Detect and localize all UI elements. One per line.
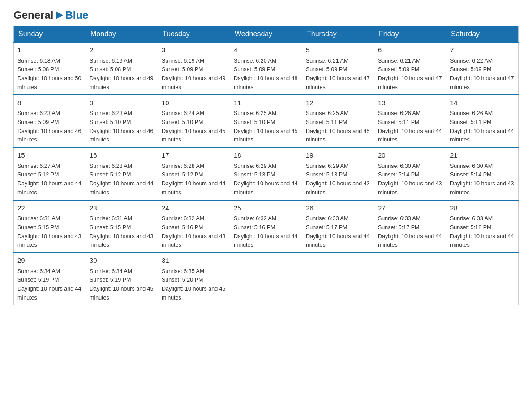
calendar-header-saturday: Saturday <box>446 26 519 43</box>
day-daylight: Daylight: 10 hours and 47 minutes <box>378 75 442 90</box>
calendar-day-cell: 29 Sunrise: 6:34 AM Sunset: 5:19 PM Dayl… <box>14 253 86 305</box>
day-number: 29 <box>17 256 82 266</box>
day-number: 5 <box>306 45 370 56</box>
day-sunset: Sunset: 5:09 PM <box>378 66 419 73</box>
day-number: 3 <box>162 45 226 56</box>
day-sunset: Sunset: 5:10 PM <box>162 119 203 125</box>
day-number: 2 <box>90 45 154 56</box>
day-number: 10 <box>162 98 226 108</box>
day-sunset: Sunset: 5:18 PM <box>450 224 491 231</box>
day-number: 23 <box>90 203 154 214</box>
day-daylight: Daylight: 10 hours and 44 minutes <box>17 286 81 301</box>
day-sunrise: Sunrise: 6:25 AM <box>234 110 276 116</box>
page-header: General Blue <box>13 9 519 21</box>
day-number: 6 <box>378 45 442 56</box>
day-daylight: Daylight: 10 hours and 44 minutes <box>306 233 369 248</box>
day-number: 9 <box>90 98 154 108</box>
day-number: 8 <box>17 98 82 108</box>
day-sunrise: Sunrise: 6:19 AM <box>90 58 132 64</box>
day-sunset: Sunset: 5:10 PM <box>90 119 131 125</box>
logo-arrow-icon <box>54 10 64 20</box>
day-sunrise: Sunrise: 6:33 AM <box>306 215 348 222</box>
day-sunrise: Sunrise: 6:21 AM <box>306 58 348 64</box>
day-number: 27 <box>378 203 442 214</box>
day-daylight: Daylight: 10 hours and 50 minutes <box>17 75 81 90</box>
day-sunrise: Sunrise: 6:23 AM <box>90 110 132 116</box>
day-daylight: Daylight: 10 hours and 45 minutes <box>162 128 225 143</box>
calendar-day-cell: 4 Sunrise: 6:20 AM Sunset: 5:09 PM Dayli… <box>230 42 302 95</box>
calendar-header-wednesday: Wednesday <box>230 26 302 43</box>
day-sunset: Sunset: 5:17 PM <box>378 224 419 231</box>
day-daylight: Daylight: 10 hours and 44 minutes <box>162 180 225 196</box>
calendar-day-cell: 24 Sunrise: 6:32 AM Sunset: 5:16 PM Dayl… <box>158 200 230 253</box>
day-sunrise: Sunrise: 6:30 AM <box>450 163 493 169</box>
day-daylight: Daylight: 10 hours and 43 minutes <box>162 233 225 248</box>
day-daylight: Daylight: 10 hours and 49 minutes <box>90 75 153 90</box>
calendar-day-cell: 31 Sunrise: 6:35 AM Sunset: 5:20 PM Dayl… <box>158 253 230 305</box>
day-sunrise: Sunrise: 6:20 AM <box>234 58 276 64</box>
day-number: 18 <box>234 150 298 161</box>
day-daylight: Daylight: 10 hours and 43 minutes <box>378 180 442 196</box>
day-number: 17 <box>162 150 226 161</box>
day-sunset: Sunset: 5:16 PM <box>234 224 275 231</box>
calendar-day-cell: 27 Sunrise: 6:33 AM Sunset: 5:17 PM Dayl… <box>374 200 446 253</box>
day-daylight: Daylight: 10 hours and 48 minutes <box>234 75 297 90</box>
calendar-day-cell: 13 Sunrise: 6:26 AM Sunset: 5:11 PM Dayl… <box>374 95 446 148</box>
calendar-header-sunday: Sunday <box>14 26 86 43</box>
day-sunrise: Sunrise: 6:26 AM <box>450 110 493 116</box>
day-sunset: Sunset: 5:09 PM <box>450 66 491 73</box>
day-daylight: Daylight: 10 hours and 43 minutes <box>450 180 514 196</box>
day-sunrise: Sunrise: 6:28 AM <box>90 163 132 169</box>
day-daylight: Daylight: 10 hours and 45 minutes <box>306 128 369 143</box>
day-sunset: Sunset: 5:11 PM <box>378 119 419 125</box>
day-sunset: Sunset: 5:12 PM <box>162 171 203 178</box>
day-sunset: Sunset: 5:11 PM <box>306 119 347 125</box>
calendar-day-cell: 23 Sunrise: 6:31 AM Sunset: 5:15 PM Dayl… <box>86 200 158 253</box>
day-sunrise: Sunrise: 6:33 AM <box>450 215 493 222</box>
day-daylight: Daylight: 10 hours and 46 minutes <box>17 128 81 143</box>
day-number: 13 <box>378 98 442 108</box>
day-daylight: Daylight: 10 hours and 43 minutes <box>90 233 153 248</box>
day-number: 7 <box>450 45 515 56</box>
calendar-day-cell: 7 Sunrise: 6:22 AM Sunset: 5:09 PM Dayli… <box>446 42 519 95</box>
day-sunrise: Sunrise: 6:28 AM <box>162 163 204 169</box>
day-number: 31 <box>162 256 226 266</box>
calendar-day-cell: 16 Sunrise: 6:28 AM Sunset: 5:12 PM Dayl… <box>86 147 158 200</box>
day-number: 4 <box>234 45 298 56</box>
day-daylight: Daylight: 10 hours and 44 minutes <box>234 180 297 196</box>
day-daylight: Daylight: 10 hours and 44 minutes <box>234 233 297 248</box>
day-daylight: Daylight: 10 hours and 45 minutes <box>90 286 153 301</box>
day-number: 12 <box>306 98 370 108</box>
day-sunrise: Sunrise: 6:34 AM <box>90 268 132 274</box>
calendar-day-cell: 18 Sunrise: 6:29 AM Sunset: 5:13 PM Dayl… <box>230 147 302 200</box>
calendar-day-cell: 14 Sunrise: 6:26 AM Sunset: 5:11 PM Dayl… <box>446 95 519 148</box>
day-daylight: Daylight: 10 hours and 47 minutes <box>450 75 514 90</box>
calendar-day-cell: 19 Sunrise: 6:29 AM Sunset: 5:13 PM Dayl… <box>302 147 374 200</box>
day-sunrise: Sunrise: 6:30 AM <box>378 163 420 169</box>
day-number: 16 <box>90 150 154 161</box>
day-sunset: Sunset: 5:14 PM <box>378 171 419 178</box>
day-sunrise: Sunrise: 6:25 AM <box>306 110 348 116</box>
day-daylight: Daylight: 10 hours and 44 minutes <box>378 128 442 143</box>
calendar-day-cell: 11 Sunrise: 6:25 AM Sunset: 5:10 PM Dayl… <box>230 95 302 148</box>
day-sunrise: Sunrise: 6:24 AM <box>162 110 204 116</box>
day-sunset: Sunset: 5:12 PM <box>90 171 131 178</box>
day-sunset: Sunset: 5:08 PM <box>17 66 59 73</box>
calendar-day-cell <box>230 253 302 305</box>
calendar-day-cell: 20 Sunrise: 6:30 AM Sunset: 5:14 PM Dayl… <box>374 147 446 200</box>
calendar-day-cell: 25 Sunrise: 6:32 AM Sunset: 5:16 PM Dayl… <box>230 200 302 253</box>
calendar-week-row: 22 Sunrise: 6:31 AM Sunset: 5:15 PM Dayl… <box>14 200 519 253</box>
calendar-week-row: 8 Sunrise: 6:23 AM Sunset: 5:09 PM Dayli… <box>14 95 519 148</box>
day-sunrise: Sunrise: 6:31 AM <box>90 215 132 222</box>
calendar-header-thursday: Thursday <box>302 26 374 43</box>
day-number: 1 <box>17 45 82 56</box>
calendar-day-cell: 1 Sunrise: 6:18 AM Sunset: 5:08 PM Dayli… <box>14 42 86 95</box>
day-sunrise: Sunrise: 6:33 AM <box>378 215 420 222</box>
day-daylight: Daylight: 10 hours and 44 minutes <box>450 128 514 143</box>
day-sunrise: Sunrise: 6:34 AM <box>17 268 60 274</box>
day-daylight: Daylight: 10 hours and 43 minutes <box>306 180 369 196</box>
day-sunrise: Sunrise: 6:29 AM <box>306 163 348 169</box>
day-sunrise: Sunrise: 6:22 AM <box>450 58 493 64</box>
svg-marker-0 <box>56 11 63 19</box>
calendar-day-cell <box>302 253 374 305</box>
